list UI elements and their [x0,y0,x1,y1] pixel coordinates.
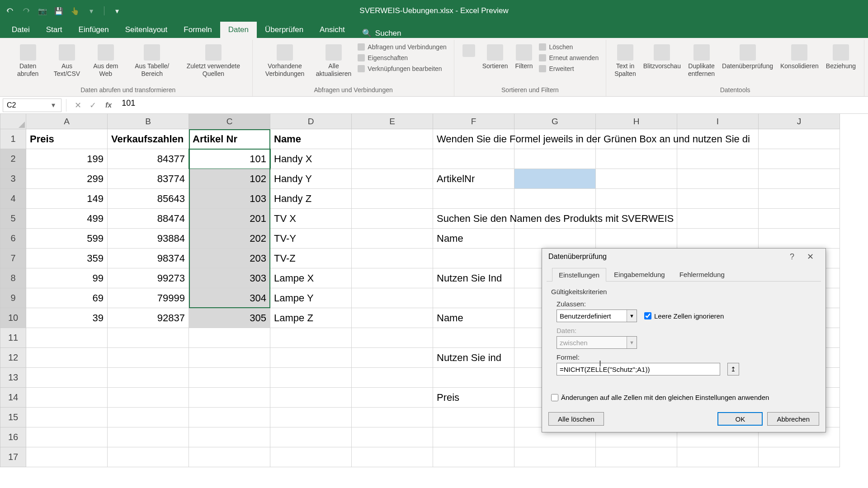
cell[interactable] [108,368,189,388]
cell[interactable]: 203 [189,249,270,268]
eigenschaften-button[interactable]: Eigenschaften [356,53,448,62]
cell[interactable]: 84377 [108,149,189,169]
text-in-spalten-button[interactable]: Text in Spalten [612,42,638,80]
cell[interactable] [596,229,677,249]
cell[interactable] [677,209,759,229]
duplikate-entfernen-button[interactable]: Duplikate entfernen [685,42,717,80]
cell[interactable]: ArtikelNr [433,169,514,189]
cell[interactable]: 201 [189,209,270,229]
row-header[interactable]: 17 [0,447,26,467]
cell[interactable] [352,249,433,268]
cell[interactable] [189,388,270,408]
cell[interactable]: 199 [26,149,108,169]
cell[interactable] [677,189,759,209]
cell[interactable] [759,229,840,249]
verknuepfungen-button[interactable]: Verknüpfungen bearbeiten [356,64,448,73]
erweitert-button[interactable]: Erweitert [537,64,600,73]
cell[interactable]: 39 [26,308,108,328]
clear-all-button[interactable]: Alle löschen [548,412,604,426]
cell[interactable] [26,388,108,408]
cell[interactable] [270,408,352,427]
cell[interactable] [759,129,840,149]
cell[interactable]: 499 [26,209,108,229]
row-header[interactable]: 8 [0,268,26,288]
dialog-close-button[interactable]: ✕ [801,252,819,262]
cell[interactable]: Nutzen Sie ind [433,348,514,368]
cell[interactable] [677,447,759,467]
cell[interactable] [433,408,514,427]
cell[interactable] [596,149,677,169]
undo-button[interactable] [5,5,15,16]
cell[interactable] [433,288,514,308]
cell[interactable] [759,189,840,209]
tab-datei[interactable]: Datei [4,22,38,38]
cell[interactable]: 98374 [108,249,189,268]
cell[interactable]: TV-Z [270,249,352,268]
cell[interactable]: Lampe Y [270,288,352,308]
cell[interactable] [352,328,433,348]
tab-ansicht[interactable]: Ansicht [311,22,353,38]
cell[interactable]: 83774 [108,169,189,189]
alle-aktualisieren-button[interactable]: Alle aktualisieren [313,42,354,80]
cell[interactable] [352,388,433,408]
cell[interactable] [433,368,514,388]
cell[interactable]: Suchen Sie den Namen des Produkts mit SV… [433,209,514,229]
cell[interactable] [270,348,352,368]
cell[interactable]: Lampe Z [270,308,352,328]
cell[interactable] [352,229,433,249]
col-header-J[interactable]: J [759,114,840,129]
cell[interactable] [26,348,108,368]
cell[interactable]: 303 [189,268,270,288]
cell[interactable] [759,209,840,229]
cell[interactable] [270,447,352,467]
formula-field[interactable] [557,363,720,375]
cell[interactable] [26,427,108,447]
cell[interactable]: 304 [189,288,270,308]
dialog-tab-settings[interactable]: Einstellungen [552,268,606,282]
tab-seitenlayout[interactable]: Seitenlayout [117,22,176,38]
cell[interactable] [26,328,108,348]
abfragen-verbindungen-button[interactable]: Abfragen und Verbindungen [356,42,448,52]
cell[interactable]: Handy Z [270,189,352,209]
cell[interactable] [677,169,759,189]
beziehung-button[interactable]: Beziehung [823,42,859,72]
cell[interactable] [433,249,514,268]
cell[interactable] [352,368,433,388]
cell[interactable]: 102 [189,169,270,189]
konsolidieren-button[interactable]: Konsolidieren [778,42,821,72]
sort-az-button[interactable] [460,42,478,59]
cell[interactable]: 69 [26,288,108,308]
cell[interactable] [433,447,514,467]
cell[interactable]: Preis [433,388,514,408]
cell[interactable] [514,189,596,209]
row-header[interactable]: 10 [0,308,26,328]
row-header[interactable]: 1 [0,129,26,149]
cell[interactable] [433,328,514,348]
qat-customize-button[interactable]: ▾ [112,5,123,16]
cell[interactable]: Name [433,229,514,249]
cell[interactable]: Lampe X [270,268,352,288]
cell[interactable] [108,328,189,348]
tell-me-search[interactable]: 🔍 Suchen [362,28,401,38]
cell[interactable]: 103 [189,189,270,209]
name-box-dropdown[interactable]: ▾ [49,101,57,109]
dialog-tab-input-message[interactable]: Eingabemeldung [607,267,672,281]
row-header[interactable]: 5 [0,209,26,229]
collapse-dialog-button[interactable]: ↥ [727,363,739,375]
fx-icon[interactable]: fx [100,101,117,109]
row-header[interactable]: 3 [0,169,26,189]
col-header-B[interactable]: B [108,114,189,129]
cell[interactable] [352,169,433,189]
ok-button[interactable]: OK [717,412,763,426]
name-box[interactable]: C2 ▾ [3,99,61,112]
cell[interactable]: Verkaufszahlen [108,129,189,149]
cell[interactable] [433,189,514,209]
tab-einfuegen[interactable]: Einfügen [71,22,117,38]
sortieren-button[interactable]: Sortieren [480,42,511,72]
cell[interactable] [189,328,270,348]
cell[interactable] [352,189,433,209]
cell[interactable]: Artikel Nr [189,129,270,149]
cell[interactable]: 149 [26,189,108,209]
filtern-button[interactable]: Filtern [513,42,536,72]
row-header[interactable]: 9 [0,288,26,308]
